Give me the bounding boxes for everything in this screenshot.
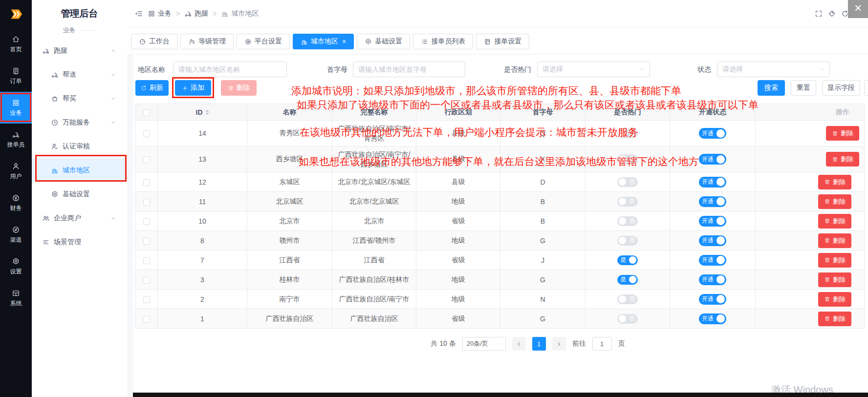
clipped-button[interactable] (864, 80, 868, 96)
show-fields-button[interactable]: 显示字段 (822, 80, 860, 96)
status-select[interactable]: 请选择 (717, 62, 830, 77)
app-logo[interactable] (0, 0, 32, 28)
tab-workbench[interactable]: 工作台 (131, 34, 177, 49)
sidebar-item-universal-service[interactable]: 万能服务 (32, 110, 127, 134)
delete-button-disabled[interactable]: 删除 (221, 80, 257, 96)
search-button[interactable]: 搜索 (758, 80, 785, 96)
goto-page-input[interactable] (592, 337, 612, 351)
tab-platform-settings[interactable]: 平台设置 (237, 34, 290, 49)
status-toggle[interactable]: 开通 (699, 235, 726, 246)
cell-full-name: 北京市/北京城区 (332, 192, 416, 211)
tab-level-management[interactable]: 等级管理 (180, 34, 234, 49)
rail-item-channels[interactable]: 渠道 (0, 219, 32, 251)
region-name-input[interactable] (173, 62, 287, 77)
is-hot-select[interactable]: 请选择 (537, 62, 650, 77)
status-toggle[interactable]: 开通 (699, 128, 726, 139)
breadcrumb-label: 跑腿 (195, 9, 208, 18)
delete-row-button[interactable]: 删除 (818, 175, 851, 189)
sidebar-item-bangsong[interactable]: 帮送 (32, 63, 127, 86)
row-checkbox[interactable] (143, 218, 150, 225)
hot-toggle[interactable]: 否 (617, 216, 638, 226)
trash-icon (824, 276, 830, 283)
row-checkbox[interactable] (143, 179, 150, 186)
rail-item-business[interactable]: 业务 (0, 92, 32, 124)
refresh-button[interactable]: 刷新 (135, 80, 169, 96)
row-checkbox[interactable] (143, 277, 150, 284)
hot-toggle[interactable]: 否 (617, 314, 638, 324)
row-checkbox[interactable] (143, 130, 150, 137)
cell-id: 1 (158, 309, 247, 329)
sidebar-item-basic-settings[interactable]: 基础设置 (32, 182, 127, 206)
table-row: 2 南宁市 广西壮族自治区/南宁市 地级 N 否 开通 删除 (136, 290, 865, 309)
sidebar-item-city-region[interactable]: 城市地区 (32, 158, 127, 182)
rail-item-orders[interactable]: 订单 (0, 60, 32, 92)
row-checkbox[interactable] (143, 296, 150, 303)
sidebar-item-bangmai[interactable]: 帮买 (32, 86, 127, 110)
theme-icon[interactable] (828, 10, 836, 18)
fullscreen-icon[interactable] (815, 10, 823, 18)
select-all-checkbox[interactable] (143, 109, 150, 116)
status-toggle[interactable]: 开通 (699, 274, 726, 285)
rail-item-users[interactable]: 用户 (0, 155, 32, 187)
breadcrumb-city-region[interactable]: 城市地区 (221, 9, 259, 18)
rail-item-riders[interactable]: 接单员 (0, 124, 32, 155)
status-toggle[interactable]: 开通 (699, 196, 726, 207)
tab-order-settings[interactable]: 接单设置 (476, 34, 529, 49)
breadcrumb-paotui[interactable]: 跑腿 (184, 9, 208, 18)
rail-item-home[interactable]: 首页 (0, 28, 32, 60)
reset-button[interactable]: 重置 (791, 80, 816, 96)
status-toggle[interactable]: 开通 (699, 255, 726, 266)
rail-item-settings[interactable]: 设置 (0, 251, 32, 282)
sidebar-item-merchants[interactable]: 企业商户 (32, 206, 127, 230)
page-size-select[interactable]: 20条/页 (462, 337, 506, 351)
hot-toggle[interactable]: 否 (617, 177, 638, 187)
rail-item-finance[interactable]: 财务 (0, 187, 32, 219)
current-page-button[interactable]: 1 (532, 337, 546, 351)
delete-row-button[interactable]: 删除 (818, 272, 851, 287)
sort-icon[interactable] (205, 110, 209, 115)
window-close-button[interactable]: × (848, 0, 868, 18)
rail-item-system[interactable]: 系统 (0, 282, 32, 314)
row-checkbox[interactable] (143, 257, 150, 264)
row-checkbox[interactable] (143, 156, 150, 163)
hot-toggle[interactable]: 否 (617, 154, 638, 164)
initial-input[interactable] (353, 62, 465, 77)
breadcrumb-business[interactable]: 业务 (148, 9, 172, 18)
sidebar-item-paotui[interactable]: 跑腿 (32, 39, 127, 63)
delete-row-button[interactable]: 删除 (818, 253, 851, 268)
header-id[interactable]: ID (158, 104, 247, 121)
delete-row-button[interactable]: 删除 (818, 233, 851, 248)
row-checkbox[interactable] (143, 316, 150, 323)
sidebar-item-verify-audit[interactable]: 认证审核 (32, 134, 127, 158)
status-toggle[interactable]: 开通 (699, 216, 726, 227)
hot-toggle[interactable]: 否 (617, 294, 638, 304)
delete-row-button[interactable]: 删除 (826, 126, 859, 141)
sidebar-item-scene-management[interactable]: 场景管理 (32, 230, 127, 254)
hot-toggle[interactable]: 否 (617, 128, 638, 138)
tab-city-region[interactable]: 城市地区× (293, 34, 354, 49)
tab-basic-settings[interactable]: 基础设置 (357, 34, 410, 49)
status-toggle[interactable]: 开通 (699, 313, 726, 324)
close-icon[interactable]: × (342, 38, 346, 45)
status-toggle[interactable]: 开通 (699, 294, 726, 305)
hot-toggle[interactable]: 否 (617, 197, 638, 207)
hot-toggle[interactable]: 否 (617, 236, 638, 246)
delete-row-button[interactable]: 删除 (818, 292, 851, 307)
status-toggle[interactable]: 开通 (699, 177, 726, 188)
collapse-menu-icon[interactable] (134, 9, 143, 18)
delete-row-button[interactable]: 删除 (818, 312, 851, 326)
add-button[interactable]: 添加 (175, 80, 211, 96)
next-page-button[interactable]: › (552, 337, 566, 351)
rail-label: 用户 (10, 172, 22, 181)
hot-toggle[interactable]: 是 (617, 275, 638, 285)
target-icon (244, 38, 252, 45)
row-checkbox[interactable] (143, 199, 150, 206)
delete-row-button[interactable]: 删除 (818, 214, 851, 229)
delete-row-button[interactable]: 删除 (826, 152, 859, 167)
row-checkbox[interactable] (143, 238, 150, 245)
delete-row-button[interactable]: 删除 (818, 194, 851, 209)
prev-page-button[interactable]: ‹ (512, 337, 526, 351)
tab-rider-list[interactable]: 接单员列表 (413, 34, 473, 49)
status-toggle[interactable]: 开通 (699, 154, 726, 165)
hot-toggle[interactable]: 是 (617, 255, 638, 265)
